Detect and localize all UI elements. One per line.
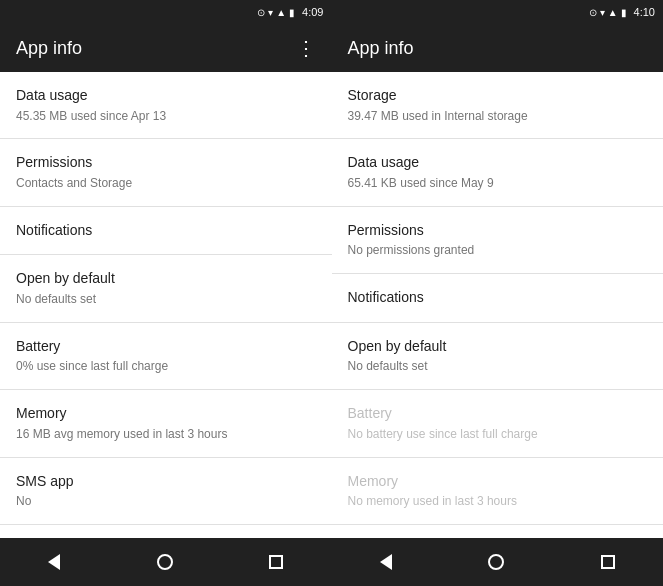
circle-status-icon: ⊙: [257, 7, 265, 18]
signal-status-icon-right: ▲: [608, 7, 618, 18]
nav-bar-left: [0, 538, 332, 586]
open-by-default-subtitle: No defaults set: [16, 291, 316, 308]
status-bar-right: ⊙ ▾ ▲ ▮ 4:10: [332, 0, 664, 24]
permissions-subtitle: Contacts and Storage: [16, 175, 316, 192]
storage-title: Storage: [348, 86, 648, 106]
sms-app-subtitle: No: [16, 493, 316, 510]
status-time-right: 4:10: [634, 6, 655, 18]
data-usage-item-right[interactable]: Data usage 65.41 KB used since May 9: [332, 139, 664, 206]
sms-app-title: SMS app: [16, 472, 316, 492]
status-icons-right: ⊙ ▾ ▲ ▮ 4:10: [589, 6, 655, 18]
home-icon-left: [157, 554, 173, 570]
battery-subtitle-right: No battery use since last full charge: [348, 426, 648, 443]
open-by-default-item[interactable]: Open by default No defaults set: [0, 255, 332, 322]
app-title-left: App info: [16, 38, 82, 59]
storage-item[interactable]: Storage 39.47 MB used in Internal storag…: [332, 72, 664, 139]
home-button-right[interactable]: [472, 546, 520, 578]
data-usage-subtitle-right: 65.41 KB used since May 9: [348, 175, 648, 192]
memory-subtitle: 16 MB avg memory used in last 3 hours: [16, 426, 316, 443]
notifications-title: Notifications: [16, 221, 316, 241]
content-left: Data usage 45.35 MB used since Apr 13 Pe…: [0, 72, 332, 538]
wifi-status-icon: ▾: [268, 7, 273, 18]
notifications-item-right[interactable]: Notifications: [332, 274, 664, 323]
permissions-title-right: Permissions: [348, 221, 648, 241]
battery-status-icon-right: ▮: [621, 7, 627, 18]
memory-title: Memory: [16, 404, 316, 424]
battery-title: Battery: [16, 337, 316, 357]
panel-left: ⊙ ▾ ▲ ▮ 4:09 App info ⋮ Data usage 45.35…: [0, 0, 332, 586]
recent-icon-left: [269, 555, 283, 569]
permissions-item[interactable]: Permissions Contacts and Storage: [0, 139, 332, 206]
sms-app-item[interactable]: SMS app No: [0, 458, 332, 525]
nav-bar-right: [332, 538, 664, 586]
app-bar-left: App info ⋮: [0, 24, 332, 72]
recent-icon-right: [601, 555, 615, 569]
open-by-default-item-right[interactable]: Open by default No defaults set: [332, 323, 664, 390]
open-by-default-title-right: Open by default: [348, 337, 648, 357]
more-options-button[interactable]: ⋮: [296, 36, 316, 60]
battery-status-icon: ▮: [289, 7, 295, 18]
data-usage-title-right: Data usage: [348, 153, 648, 173]
back-button-right[interactable]: [364, 546, 408, 578]
circle-status-icon-right: ⊙: [589, 7, 597, 18]
home-icon-right: [488, 554, 504, 570]
notifications-item[interactable]: Notifications: [0, 207, 332, 256]
wifi-status-icon-right: ▾: [600, 7, 605, 18]
memory-title-right: Memory: [348, 472, 648, 492]
permissions-title: Permissions: [16, 153, 316, 173]
content-right: Storage 39.47 MB used in Internal storag…: [332, 72, 664, 538]
permissions-subtitle-right: No permissions granted: [348, 242, 648, 259]
back-icon-right: [380, 554, 392, 570]
data-usage-subtitle: 45.35 MB used since Apr 13: [16, 108, 316, 125]
notifications-title-right: Notifications: [348, 288, 648, 308]
status-icons-left: ⊙ ▾ ▲ ▮ 4:09: [257, 6, 323, 18]
memory-item-right: Memory No memory used in last 3 hours: [332, 458, 664, 525]
panel-right: ⊙ ▾ ▲ ▮ 4:10 App info Storage 39.47 MB u…: [332, 0, 664, 586]
battery-subtitle: 0% use since last full charge: [16, 358, 316, 375]
open-by-default-subtitle-right: No defaults set: [348, 358, 648, 375]
recent-button-left[interactable]: [253, 547, 299, 577]
battery-item-right: Battery No battery use since last full c…: [332, 390, 664, 457]
data-usage-item[interactable]: Data usage 45.35 MB used since Apr 13: [0, 72, 332, 139]
battery-item[interactable]: Battery 0% use since last full charge: [0, 323, 332, 390]
permissions-item-right[interactable]: Permissions No permissions granted: [332, 207, 664, 274]
status-time-left: 4:09: [302, 6, 323, 18]
app-title-right: App info: [348, 38, 414, 59]
memory-item[interactable]: Memory 16 MB avg memory used in last 3 h…: [0, 390, 332, 457]
memory-subtitle-right: No memory used in last 3 hours: [348, 493, 648, 510]
store-item[interactable]: Store: [0, 525, 332, 538]
back-icon-left: [48, 554, 60, 570]
store-item-right[interactable]: Store: [332, 525, 664, 538]
data-usage-title: Data usage: [16, 86, 316, 106]
signal-status-icon: ▲: [276, 7, 286, 18]
open-by-default-title: Open by default: [16, 269, 316, 289]
app-bar-right: App info: [332, 24, 664, 72]
status-bar-left: ⊙ ▾ ▲ ▮ 4:09: [0, 0, 332, 24]
home-button-left[interactable]: [141, 546, 189, 578]
storage-subtitle: 39.47 MB used in Internal storage: [348, 108, 648, 125]
recent-button-right[interactable]: [585, 547, 631, 577]
battery-title-right: Battery: [348, 404, 648, 424]
back-button-left[interactable]: [32, 546, 76, 578]
